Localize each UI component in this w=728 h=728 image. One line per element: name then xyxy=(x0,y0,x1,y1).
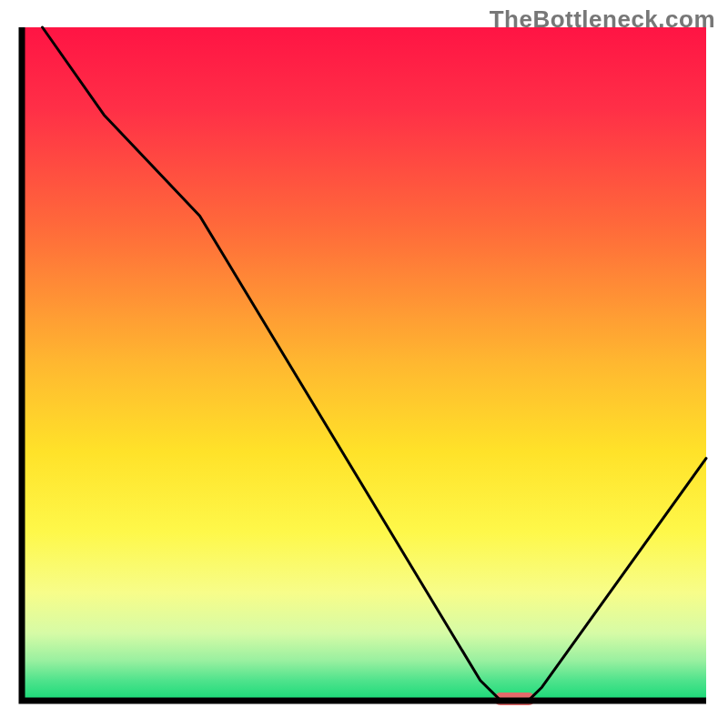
watermark-text: TheBottleneck.com xyxy=(490,5,715,34)
chart-frame: TheBottleneck.com xyxy=(0,0,728,728)
bottleneck-chart xyxy=(0,0,728,728)
